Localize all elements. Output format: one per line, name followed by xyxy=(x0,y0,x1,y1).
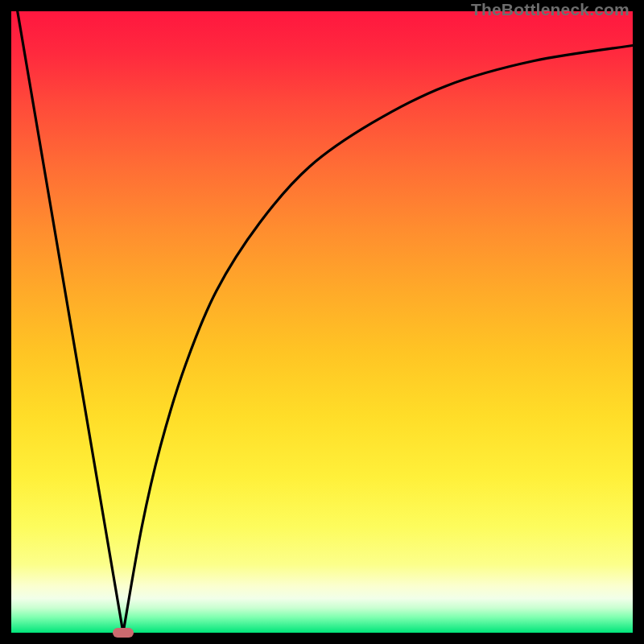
chart-curve xyxy=(11,11,633,633)
chart-frame: TheBottleneck.com xyxy=(0,0,644,644)
watermark-text: TheBottleneck.com xyxy=(471,0,630,19)
optimum-marker xyxy=(113,628,134,638)
